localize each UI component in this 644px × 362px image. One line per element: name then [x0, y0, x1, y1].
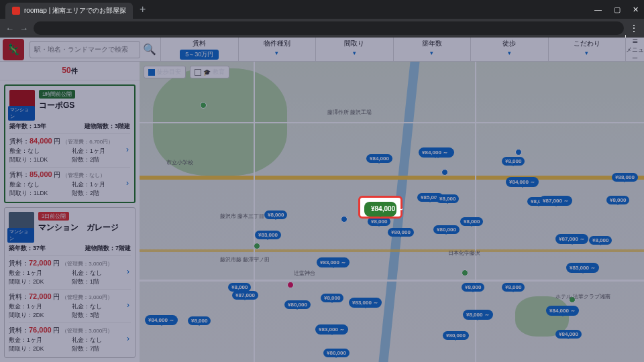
poi-icon[interactable] — [254, 243, 260, 249]
filter-2[interactable]: 間取り▾ — [315, 38, 393, 61]
price-label: 賃料： — [9, 293, 29, 300]
map-label: 藤澤作所 藤沢工場 — [327, 109, 372, 116]
maximize-button[interactable]: ▢ — [614, 5, 621, 14]
checkbox-icon — [195, 69, 201, 76]
price-pin[interactable]: ¥83,000 ～ — [315, 324, 348, 335]
checkbox-icon — [148, 69, 155, 76]
poi-icon[interactable] — [462, 269, 468, 276]
menu-button[interactable]: ≡ メニュー — [625, 35, 644, 64]
price-pin[interactable]: ¥8,000 — [606, 196, 629, 204]
price-pin[interactable]: ¥83,000 — [255, 231, 281, 239]
browser-menu-button[interactable]: ⋮ — [629, 23, 639, 34]
type-badge: マンション — [7, 228, 34, 243]
minimize-button[interactable]: — — [594, 5, 602, 14]
price: 76,000 — [29, 326, 52, 334]
address-bar[interactable] — [34, 21, 624, 35]
search-input[interactable]: 駅・地名・ランドマークで検索 — [30, 41, 140, 58]
price-pin[interactable]: ¥83,000 ～ — [566, 263, 599, 273]
price-pin[interactable]: ¥87,000 — [232, 291, 258, 300]
price-pin[interactable]: ¥88,000 — [612, 173, 638, 182]
price-label: 賃料： — [9, 259, 29, 267]
filter-0[interactable]: 賃料5～30万円 — [160, 38, 238, 61]
price-pin[interactable]: ¥8,000 — [502, 157, 525, 166]
thumbnail: マンション — [9, 90, 35, 115]
filter-1[interactable]: 物件種別▾ — [238, 38, 316, 61]
price-pin[interactable]: ¥8,000 — [321, 294, 343, 302]
poi-icon[interactable] — [287, 282, 294, 288]
mgmt-fee: （管理費：なし） — [62, 172, 105, 178]
price-pin[interactable]: ¥80,000 — [284, 300, 311, 309]
map-road — [254, 62, 255, 362]
search-icon[interactable]: 🔍 — [143, 43, 156, 56]
price-pin[interactable]: ¥8,000 — [188, 316, 211, 325]
price-pin[interactable]: ¥84,000 — [555, 330, 582, 339]
price-pin[interactable]: ¥8,000 ～ — [463, 310, 493, 320]
price-pin[interactable]: ¥84,000 — [366, 154, 392, 163]
edu-toggle[interactable]: 🎓教育 — [190, 66, 229, 78]
chevron-right-icon[interactable]: › — [126, 145, 129, 154]
poi-icon[interactable] — [515, 149, 522, 156]
unit-row[interactable]: 賃料：72,000 円 （管理費：3,000円）敷金：1ヶ月礼金：なし間取り：2… — [9, 289, 131, 320]
map-road — [140, 280, 644, 282]
map-road — [140, 122, 644, 123]
new-badge: 1時間前公開 — [39, 90, 75, 99]
price-pin[interactable]: ¥84,000 ～ — [145, 315, 178, 325]
chevron-right-icon[interactable]: › — [127, 267, 129, 276]
chevron-right-icon[interactable]: › — [127, 334, 129, 343]
price-pin[interactable]: ¥83,000 ～ — [349, 298, 382, 308]
price-pin[interactable]: ¥8,000 — [264, 210, 287, 219]
app-logo[interactable]: 🦎 — [3, 39, 24, 60]
filter-3[interactable]: 築年数▾ — [393, 38, 471, 61]
map-label: 藤沢市 藤本三丁目 — [220, 213, 264, 220]
price-pin[interactable]: ¥8,000 — [462, 283, 484, 292]
walk-toggle[interactable]: 徒歩目安 — [144, 66, 186, 78]
price-pin[interactable]: ¥80,000 — [388, 228, 414, 237]
results-sidebar[interactable]: 50件 マンション1時間前公開コーポGS築年数：13年建物階数：3階建賃料：84… — [0, 62, 140, 362]
price-pin[interactable]: ¥8,000 — [436, 194, 459, 203]
listing-card[interactable]: マンション1時間前公開コーポGS築年数：13年建物階数：3階建賃料：84,000… — [4, 84, 136, 203]
price-pin[interactable]: ¥80,000 — [443, 331, 469, 340]
price-pin[interactable]: ¥80,000 — [323, 349, 350, 357]
filter-4[interactable]: 徒歩▾ — [470, 38, 548, 61]
unit-row[interactable]: 賃料：76,000 円 （管理費：3,000円）敷金：1ヶ月礼金：なし間取り：2… — [9, 322, 131, 353]
map-label: ホテル 法華クラブ湘南 — [555, 293, 610, 300]
filter-5[interactable]: こだわり▾ — [548, 38, 626, 61]
price-pin-selected[interactable]: ¥84,000 ～ — [364, 202, 396, 217]
price-pin[interactable]: ¥84,000 ～ — [506, 177, 539, 187]
new-badge: 3日前公開 — [38, 212, 69, 221]
unit-row[interactable]: 賃料：85,000 円 （管理費：なし）敷金：なし礼金：1ヶ月間取り：1LDK階… — [9, 167, 130, 198]
browser-tab[interactable]: roomap | 湘南エリアでのお部屋探 — [5, 3, 133, 19]
chevron-right-icon[interactable]: › — [127, 300, 129, 310]
thumbnail: マンション — [9, 212, 34, 237]
price: 72,000 — [29, 292, 52, 300]
map[interactable]: 徒歩目安 🎓教育 市立小学校 藤澤作所 藤沢工場 カワゴン藤沢店 藤沢市 藤本三… — [140, 62, 644, 362]
close-button[interactable]: ✕ — [633, 5, 639, 14]
price-pin[interactable]: ¥84,000 ～ — [419, 147, 451, 158]
unit-row[interactable]: 賃料：84,000 円 （管理費：6,700円）敷金：なし礼金：1ヶ月間取り：1… — [9, 133, 130, 164]
price-pin[interactable]: ¥87,000 ～ — [555, 234, 588, 244]
app: 🦎 駅・地名・ランドマークで検索 🔍 賃料5～30万円物件種別▾間取り▾築年数▾… — [0, 38, 644, 362]
chevron-right-icon[interactable]: › — [126, 178, 129, 188]
price-pin[interactable]: ¥80,000 — [433, 225, 460, 234]
unit-row[interactable]: 賃料：72,000 円 （管理費：3,000円）敷金：1ヶ月礼金：なし間取り：2… — [9, 255, 131, 286]
map-highway — [140, 249, 644, 252]
poi-icon[interactable] — [441, 169, 448, 176]
back-button[interactable]: ← — [5, 23, 14, 34]
browser-toolbar: ← → ⋮ — [0, 19, 644, 38]
forward-button[interactable]: → — [19, 23, 28, 34]
price-pin[interactable]: ¥87,000 ～ — [539, 196, 572, 206]
poi-icon[interactable] — [341, 216, 347, 223]
price-pin[interactable]: ¥83,000 ～ — [317, 257, 350, 267]
filter-bar: 賃料5～30万円物件種別▾間取り▾築年数▾徒歩▾こだわり▾ — [160, 38, 625, 61]
listing-card[interactable]: マンション3日前公開マンション ガレージ築年数：37年建物階数：7階建賃料：72… — [4, 207, 136, 358]
content: 50件 マンション1時間前公開コーポGS築年数：13年建物階数：3階建賃料：84… — [0, 62, 644, 362]
price-pin[interactable]: ¥8,000 — [589, 236, 612, 245]
price-pin[interactable]: ¥84,000 ～ — [546, 306, 579, 316]
price-pin[interactable]: ¥8,000 — [460, 217, 483, 226]
property-name: コーポGS — [39, 100, 75, 111]
new-tab-button[interactable]: + — [140, 3, 146, 15]
price-pin[interactable]: ¥8,000 — [502, 283, 525, 292]
favicon — [12, 7, 20, 15]
price: 84,000 — [30, 137, 52, 145]
poi-icon[interactable] — [200, 102, 207, 109]
